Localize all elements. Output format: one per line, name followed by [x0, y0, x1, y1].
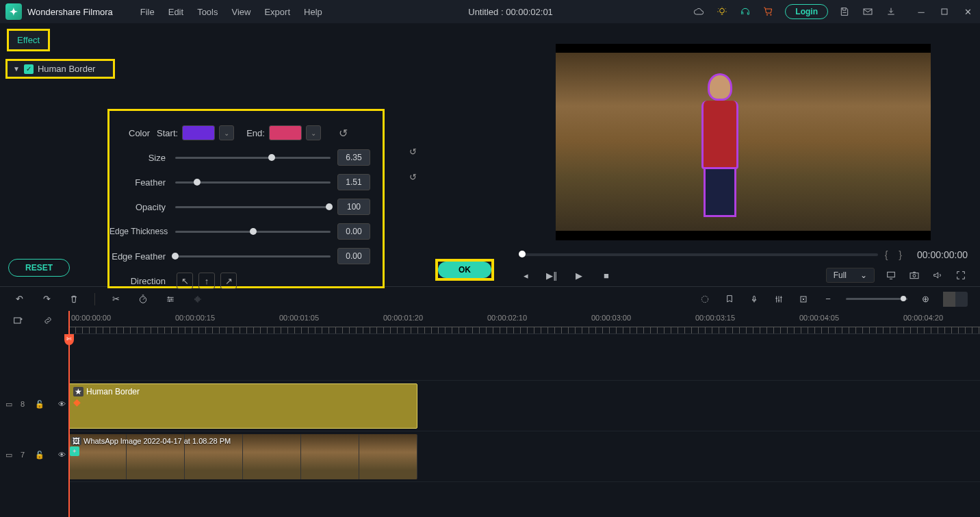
visibility-icon[interactable]: 👁 — [55, 397, 68, 411]
add-track-icon[interactable] — [11, 314, 25, 327]
crop-icon[interactable] — [797, 292, 810, 306]
effect-track[interactable]: ▭ 8 🔓 👁 ★Human Border ◆ — [68, 381, 980, 431]
stop-button[interactable]: ■ — [599, 268, 613, 282]
gem-icon: ◆ — [73, 396, 413, 407]
close-icon[interactable]: ✕ — [961, 5, 975, 18]
redo-button[interactable]: ↷ — [40, 292, 53, 306]
opacity-value[interactable]: 100 — [337, 199, 370, 215]
zoom-in-button[interactable]: ⊕ — [918, 292, 932, 306]
reset-feather-icon[interactable]: ↺ — [409, 172, 417, 182]
prev-frame-button[interactable]: ◂ — [519, 268, 532, 282]
login-button[interactable]: Login — [785, 4, 828, 19]
color-end-dropdown[interactable]: ⌄ — [306, 125, 321, 140]
direction-up-button[interactable]: ↑ — [198, 273, 215, 289]
snapshot-icon[interactable] — [907, 268, 921, 282]
timeline: 00:00:00:00 00:00:00:15 00:00:01:05 00:0… — [0, 311, 980, 517]
edge-feather-value[interactable]: 0.00 — [337, 248, 370, 264]
menu-edit[interactable]: Edit — [162, 7, 190, 17]
track-size-toggle[interactable] — [943, 292, 968, 307]
play-pause-button[interactable]: ▶‖ — [545, 268, 558, 282]
video-track[interactable]: ▭ 7 🔓 👁 🖼WhatsApp Image 2022-04-17 at 1.… — [68, 431, 980, 482]
mail-icon[interactable] — [861, 5, 875, 18]
playback-scrubber[interactable] — [519, 253, 878, 256]
ok-button[interactable]: OK — [438, 262, 491, 278]
opacity-slider[interactable] — [175, 206, 331, 208]
svg-point-5 — [913, 275, 916, 277]
tick-0: 00:00:00:00 — [71, 314, 111, 322]
param-size-row: Size 6.35 — [109, 145, 370, 170]
effect-parameters: Color Start: ⌄ End: ⌄ ↺ Size 6.35 Feathe… — [107, 109, 385, 288]
svg-rect-3 — [888, 273, 895, 277]
ai-badge-icon: ✦ — [70, 446, 79, 456]
size-value[interactable]: 6.35 — [337, 149, 370, 166]
edge-thickness-value[interactable]: 0.00 — [337, 223, 370, 240]
direction-up-right-button[interactable]: ↗ — [220, 273, 237, 289]
time-ruler[interactable]: 00:00:00:00 00:00:00:15 00:00:01:05 00:0… — [68, 311, 980, 334]
menu-view[interactable]: View — [224, 7, 257, 17]
svg-point-7 — [701, 296, 708, 302]
headset-icon[interactable] — [738, 5, 752, 18]
playback-timecode: 00:00:00:00 — [917, 249, 968, 260]
display-icon[interactable] — [884, 268, 898, 282]
direction-up-left-button[interactable]: ↖ — [177, 273, 193, 289]
cloud-icon[interactable] — [692, 5, 706, 18]
render-icon[interactable] — [698, 292, 712, 306]
effect-section-header[interactable]: ▼ ✓ Human Border — [5, 59, 115, 79]
record-icon[interactable] — [747, 292, 761, 306]
video-clip-label: WhatsApp Image 2022-04-17 at 1.08.28 PM — [83, 437, 231, 445]
preview-quality-select[interactable]: Full⌄ — [826, 268, 875, 283]
edge-feather-slider[interactable] — [175, 255, 331, 257]
visibility-icon[interactable]: 👁 — [55, 448, 68, 462]
color-start-dropdown[interactable]: ⌄ — [219, 125, 234, 140]
cut-button[interactable]: ✂ — [109, 292, 122, 306]
color-end-swatch[interactable] — [269, 125, 302, 140]
delete-button[interactable] — [67, 292, 81, 306]
edge-thickness-slider[interactable] — [175, 231, 331, 233]
playhead[interactable]: ✄ — [68, 311, 70, 517]
effect-clip[interactable]: ★Human Border ◆ — [68, 383, 417, 429]
menu-export[interactable]: Export — [257, 7, 297, 17]
video-preview[interactable] — [556, 44, 931, 240]
effect-tab[interactable]: Effect — [7, 29, 50, 51]
zoom-slider[interactable] — [846, 298, 907, 300]
play-button[interactable]: ▶ — [572, 268, 586, 282]
size-slider[interactable] — [175, 157, 331, 159]
cart-icon[interactable] — [762, 5, 775, 18]
idea-icon[interactable] — [715, 5, 729, 18]
preview-panel: { } 00:00:00:00 ◂ ▶‖ ▶ ■ Full⌄ — [506, 23, 980, 286]
speed-button[interactable] — [136, 292, 150, 306]
lock-icon[interactable]: 🔓 — [33, 397, 47, 411]
marker-icon[interactable] — [723, 292, 736, 306]
adjust-button[interactable] — [164, 292, 177, 306]
undo-button[interactable]: ↶ — [12, 292, 26, 306]
maximize-icon[interactable] — [938, 5, 951, 18]
collapse-icon[interactable]: ▼ — [13, 65, 20, 73]
lock-icon[interactable]: 🔓 — [33, 448, 47, 462]
zoom-out-button[interactable]: − — [821, 292, 835, 306]
reset-size-icon[interactable]: ↺ — [409, 147, 417, 157]
link-icon[interactable] — [41, 314, 55, 327]
tick-4: 00:00:02:10 — [487, 314, 527, 322]
menu-help[interactable]: Help — [297, 7, 329, 17]
video-clip[interactable]: 🖼WhatsApp Image 2022-04-17 at 1.08.28 PM… — [68, 434, 417, 479]
feather-slider[interactable] — [175, 181, 331, 184]
marker-in-icon[interactable]: { — [885, 249, 892, 260]
download-icon[interactable] — [884, 5, 898, 18]
save-icon[interactable] — [838, 5, 851, 18]
menu-file[interactable]: File — [133, 7, 162, 17]
menu-tools[interactable]: Tools — [190, 7, 224, 17]
svg-rect-2 — [942, 9, 947, 14]
reset-button[interactable]: RESET — [8, 259, 70, 277]
effect-enable-checkbox[interactable]: ✓ — [24, 64, 34, 74]
svg-point-6 — [140, 297, 146, 303]
mixer-icon[interactable] — [772, 292, 786, 306]
volume-icon[interactable] — [931, 268, 944, 282]
marker-out-icon[interactable]: } — [899, 249, 906, 260]
color-start-swatch[interactable] — [182, 125, 215, 140]
audio-button[interactable] — [191, 292, 205, 306]
reset-color-icon[interactable]: ↺ — [339, 127, 348, 140]
feather-value[interactable]: 1.51 — [337, 174, 370, 190]
fullscreen-icon[interactable] — [954, 268, 968, 282]
minimize-icon[interactable]: ─ — [914, 5, 928, 18]
track-num: 8 — [21, 400, 25, 408]
